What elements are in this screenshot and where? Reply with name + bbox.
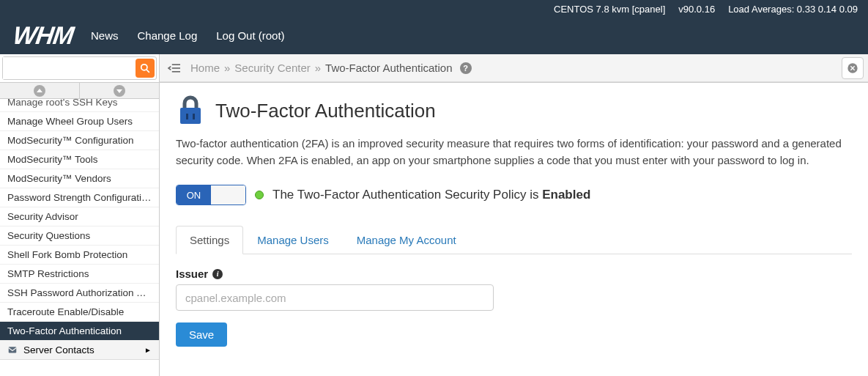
- contacts-icon: [7, 345, 18, 355]
- svg-rect-11: [180, 108, 201, 124]
- sidebar-item[interactable]: Traceroute Enable/Disable: [0, 303, 159, 322]
- logo-text: WHM: [11, 21, 75, 50]
- issuer-label: Issuer: [176, 268, 208, 280]
- svg-marker-8: [37, 89, 42, 92]
- sidebar-item[interactable]: ModSecurity™ Vendors: [0, 169, 159, 188]
- sidebar-item[interactable]: Password Strength Configuration: [0, 188, 159, 207]
- info-icon[interactable]: i: [212, 269, 223, 279]
- toggle-off-space: [211, 185, 245, 204]
- sidebar-collapse-down[interactable]: [80, 83, 159, 98]
- sidebar-item[interactable]: Manage root's SSH Keys: [0, 99, 159, 112]
- sidebar-collapse-up[interactable]: [0, 83, 80, 98]
- breadcrumb-section[interactable]: Security Center: [234, 62, 310, 74]
- sidebar-category[interactable]: Server Contacts ►: [0, 341, 159, 360]
- chevron-up-icon: [34, 85, 45, 97]
- status-indicator-icon: [255, 191, 264, 199]
- sidebar-item-active[interactable]: Two-Factor Authentication: [0, 322, 159, 341]
- nav-news[interactable]: News: [91, 29, 119, 42]
- breadcrumb-sep: »: [224, 62, 230, 74]
- sidebar-item[interactable]: Security Advisor: [0, 207, 159, 226]
- breadcrumb: Home » Security Center » Two-Factor Auth…: [190, 62, 472, 74]
- nav-changelog[interactable]: Change Log: [137, 29, 197, 42]
- enable-toggle[interactable]: ON: [176, 185, 246, 205]
- status-state: Enabled: [542, 188, 590, 202]
- breadcrumb-home[interactable]: Home: [190, 62, 220, 74]
- cancel-icon: [847, 62, 858, 74]
- svg-marker-9: [116, 89, 122, 93]
- page-title: Two-Factor Authentication: [215, 100, 436, 122]
- search-input[interactable]: [3, 57, 134, 79]
- collapse-menu-icon[interactable]: [167, 62, 182, 74]
- load-averages: Load Averages: 0.33 0.14 0.09: [728, 4, 858, 15]
- toggle-on-label: ON: [177, 185, 211, 204]
- svg-rect-12: [186, 114, 188, 119]
- breadcrumb-current: Two-Factor Authentication: [325, 62, 452, 74]
- svg-rect-10: [9, 347, 17, 353]
- save-button[interactable]: Save: [176, 322, 227, 347]
- sidebar-item[interactable]: SMTP Restrictions: [0, 265, 159, 284]
- tab-manage-users[interactable]: Manage Users: [243, 226, 343, 254]
- status-text: The Two-Factor Authentication Security P…: [272, 188, 590, 202]
- sidebar-item[interactable]: SSH Password Authorization Tweak: [0, 284, 159, 303]
- status-prefix: The Two-Factor Authentication Security P…: [272, 188, 542, 202]
- search-button[interactable]: [136, 59, 155, 78]
- os-info: CENTOS 7.8 kvm [cpanel]: [554, 4, 665, 15]
- version-info: v90.0.16: [678, 4, 715, 15]
- chevron-down-icon: [114, 85, 125, 97]
- sidebar-item[interactable]: ModSecurity™ Tools: [0, 150, 159, 169]
- page-description: Two-factor authentication (2FA) is an im…: [176, 136, 852, 169]
- issuer-input[interactable]: [176, 284, 494, 311]
- chevron-right-icon: ►: [144, 346, 152, 354]
- cancel-button[interactable]: [842, 57, 864, 79]
- lock-icon: [176, 95, 205, 127]
- tab-manage-account[interactable]: Manage My Account: [343, 226, 470, 254]
- breadcrumb-sep: »: [315, 62, 321, 74]
- sidebar-item[interactable]: Manage Wheel Group Users: [0, 112, 159, 131]
- sidebar-category-label: Server Contacts: [23, 344, 94, 355]
- search-icon: [140, 63, 150, 73]
- help-icon[interactable]: ?: [460, 62, 472, 74]
- nav-logout[interactable]: Log Out (root): [216, 29, 284, 42]
- logo[interactable]: WHM: [13, 21, 73, 50]
- tab-settings[interactable]: Settings: [176, 226, 243, 254]
- sidebar-item[interactable]: Shell Fork Bomb Protection: [0, 246, 159, 265]
- sidebar-item[interactable]: ModSecurity™ Configuration: [0, 131, 159, 150]
- sidebar-item[interactable]: Security Questions: [0, 226, 159, 246]
- svg-line-1: [146, 70, 149, 73]
- svg-point-0: [141, 64, 147, 70]
- svg-rect-13: [193, 114, 195, 119]
